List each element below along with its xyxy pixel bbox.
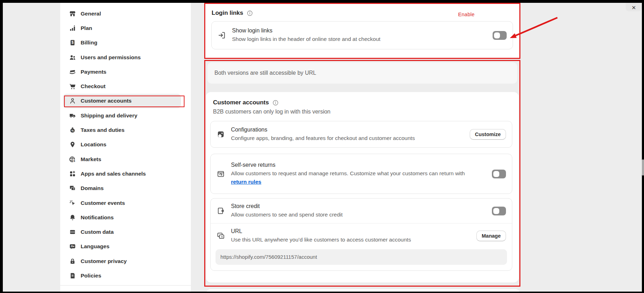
data-box-icon — [69, 228, 76, 236]
url-description: Use this URL anywhere you’d like custome… — [231, 236, 411, 244]
sidebar-item-languages[interactable]: A Languages — [63, 239, 181, 254]
store-credit-toggle[interactable] — [492, 207, 506, 215]
sidebar-item-label: Customer events — [81, 200, 125, 206]
store-icon — [69, 10, 76, 17]
configurations-row: Configurations Configure apps, branding,… — [210, 121, 512, 148]
settings-nav: General Plan $ Billing Users and permiss… — [60, 6, 191, 283]
sidebar-item-customer-privacy[interactable]: Customer privacy — [63, 254, 181, 268]
sidebar-item-label: Payments — [81, 69, 106, 75]
store-credit-description: Allow customers to see and spend store c… — [231, 210, 343, 219]
info-icon[interactable] — [273, 100, 279, 106]
translate-icon: A — [69, 243, 76, 250]
self-serve-returns-toggle[interactable] — [492, 170, 506, 178]
self-serve-returns-row: Self-serve returns Allow customers to re… — [210, 154, 512, 194]
sidebar-item-customer-events[interactable]: Customer events — [63, 196, 181, 210]
sidebar-item-general[interactable]: General — [63, 6, 181, 21]
apps-grid-icon — [69, 170, 76, 177]
login-arrow-icon — [218, 31, 226, 39]
sidebar-item-payments[interactable]: Payments — [63, 65, 181, 79]
customer-accounts-title: Customer accounts — [213, 99, 269, 106]
sidebar-item-label: Domains — [81, 185, 104, 191]
domains-windows-icon — [69, 185, 76, 192]
store-credit-url-card: Store credit Allow customers to see and … — [210, 198, 512, 271]
url-row: URL Use this URL anywhere you’d like cus… — [211, 223, 512, 248]
close-icon: ✕ — [632, 5, 636, 11]
store-credit-row: Store credit Allow customers to see and … — [211, 199, 512, 223]
svg-text:$: $ — [71, 41, 74, 44]
sidebar-item-locations[interactable]: Locations — [63, 138, 181, 152]
returns-package-icon — [217, 170, 225, 178]
sidebar-item-custom-data[interactable]: Custom data — [63, 225, 181, 239]
billing-receipt-icon: $ — [69, 39, 76, 46]
sidebar-item-notifications[interactable]: Notifications — [63, 210, 181, 225]
show-login-links-toggle[interactable] — [493, 31, 507, 40]
sidebar-item-customer-accounts[interactable]: Customer accounts — [63, 94, 181, 108]
info-icon[interactable] — [247, 10, 253, 16]
customer-accounts-card: Customer accounts B2B customers can only… — [206, 92, 519, 282]
sidebar-item-label: Policies — [81, 273, 101, 279]
versions-banner: Both versions are still accessible by UR… — [207, 62, 517, 84]
sidebar-item-label: Apps and sales channels — [81, 171, 146, 177]
close-button[interactable]: ✕ — [626, 3, 642, 11]
tax-bag-icon: % — [69, 127, 76, 134]
sidebar-item-label: Locations — [81, 141, 106, 148]
sidebar-bottom-divider — [60, 285, 191, 286]
show-login-links-description: Show login links in the header of online… — [232, 35, 380, 43]
lock-icon — [69, 258, 76, 265]
show-login-links-row: Show login links Show login links in the… — [211, 21, 513, 49]
self-serve-returns-description: Allow customers to request and manage re… — [231, 169, 480, 186]
svg-text:A: A — [71, 245, 73, 248]
sidebar-item-billing[interactable]: $ Billing — [63, 36, 181, 50]
sidebar-item-taxes-and-duties[interactable]: % Taxes and duties — [63, 123, 181, 137]
sidebar-item-plan[interactable]: Plan — [63, 21, 181, 35]
account-url-field[interactable]: https://shopify.com/75609211157/account — [215, 249, 507, 265]
sidebar-item-label: Checkout — [81, 83, 106, 90]
sidebar-item-label: Languages — [81, 243, 110, 250]
url-title: URL — [231, 228, 411, 234]
payments-hand-icon — [69, 68, 76, 75]
settings-sidebar: General Plan $ Billing Users and permiss… — [60, 3, 191, 292]
sidebar-item-checkout[interactable]: Checkout — [63, 79, 181, 93]
settings-window: General Plan $ Billing Users and permiss… — [3, 3, 642, 292]
users-icon — [69, 54, 76, 61]
return-rules-link[interactable]: return rules — [231, 179, 261, 185]
map-pin-icon — [69, 141, 76, 148]
cursor-click-icon — [69, 200, 76, 207]
svg-text:$: $ — [73, 159, 75, 162]
enable-annotation-text: Enable — [458, 12, 475, 17]
sidebar-item-label: Customer accounts — [81, 98, 132, 104]
sidebar-item-label: Custom data — [81, 229, 114, 235]
sidebar-item-label: Notifications — [81, 214, 114, 221]
sidebar-item-label: Markets — [81, 156, 101, 163]
vertical-scrollbar-thumb[interactable] — [642, 159, 644, 176]
screenshot-frame: General Plan $ Billing Users and permiss… — [0, 0, 644, 293]
globe-dollar-icon: $ — [69, 156, 76, 163]
customize-button[interactable]: Customize — [470, 129, 506, 140]
url-windows-icon — [217, 232, 225, 240]
manage-button[interactable]: Manage — [476, 231, 506, 241]
configurations-description: Configure apps, branding, and features f… — [231, 134, 415, 142]
sidebar-item-apps-and-sales-channels[interactable]: Apps and sales channels — [63, 166, 181, 181]
login-links-section: Login links Enable Show login links Show… — [204, 3, 520, 59]
truck-icon — [69, 112, 76, 119]
configurations-icon — [217, 130, 225, 139]
next-section-partial-card — [206, 289, 520, 292]
sidebar-item-domains[interactable]: Domains — [63, 181, 181, 196]
cart-icon — [69, 83, 76, 90]
sidebar-item-users-and-permissions[interactable]: Users and permissions — [63, 50, 181, 65]
main-content: Login links Enable Show login links Show… — [204, 3, 520, 287]
plan-steps-icon — [69, 25, 76, 32]
configurations-title: Configurations — [231, 127, 415, 133]
document-icon — [69, 272, 76, 279]
sidebar-item-shipping-and-delivery[interactable]: Shipping and delivery — [63, 108, 181, 123]
sidebar-item-policies[interactable]: Policies — [63, 268, 181, 283]
store-credit-title: Store credit — [231, 203, 343, 209]
login-links-title: Login links — [212, 10, 243, 17]
person-icon — [69, 97, 76, 104]
sidebar-item-label: General — [81, 11, 101, 17]
sidebar-item-label: Billing — [81, 39, 97, 46]
store-credit-wallet-icon — [217, 207, 225, 215]
customer-accounts-section: Both versions are still accessible by UR… — [204, 60, 520, 287]
sidebar-item-markets[interactable]: $ Markets — [63, 152, 181, 166]
bell-icon — [69, 214, 76, 221]
